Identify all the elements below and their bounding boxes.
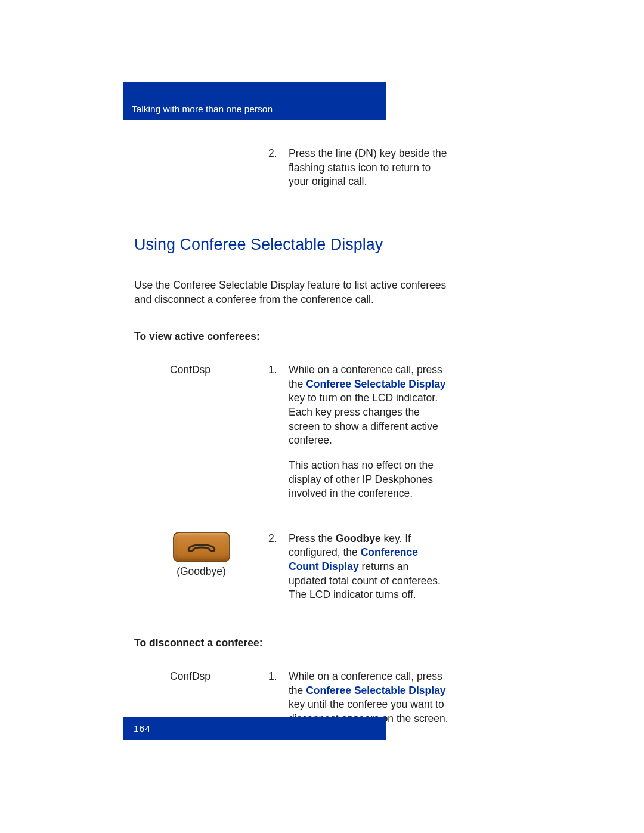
step-note: This action has no effect on the display… bbox=[289, 459, 449, 501]
carryover-left-empty bbox=[134, 147, 268, 200]
footer-bar: 164 bbox=[123, 717, 386, 740]
step-number-empty bbox=[268, 459, 280, 501]
step-text: Press the Goodbye key. If configured, th… bbox=[289, 532, 449, 602]
subheading-disconnect: To disconnect a conferee: bbox=[134, 637, 449, 649]
step-text: Press the line (DN) key beside the flash… bbox=[289, 147, 449, 189]
softkey-label: ConfDsp bbox=[170, 363, 268, 377]
step-number: 2. bbox=[268, 532, 280, 602]
step-text: While on a conference call, press the Co… bbox=[289, 363, 449, 448]
page-content: 2. Press the line (DN) key beside the fl… bbox=[134, 120, 449, 736]
section-heading: Using Conferee Selectable Display bbox=[134, 236, 449, 258]
key-name: Conferee Selectable Display bbox=[306, 685, 445, 696]
carryover-right: 2. Press the line (DN) key beside the fl… bbox=[268, 147, 449, 200]
view-step2-row: (Goodbye) 2. Press the Goodbye key. If c… bbox=[134, 532, 449, 613]
list-item: 1. While on a conference call, press the… bbox=[268, 363, 449, 448]
text-segment: key to turn on the LCD indicator. Each k… bbox=[289, 392, 438, 446]
document-page: Talking with more than one person 2. Pre… bbox=[0, 0, 644, 833]
key-name-bold: Goodbye bbox=[336, 532, 381, 544]
page-number: 164 bbox=[134, 723, 151, 734]
chapter-title: Talking with more than one person bbox=[132, 104, 273, 114]
carryover-step-row: 2. Press the line (DN) key beside the fl… bbox=[134, 147, 449, 200]
view-step2-right: 2. Press the Goodbye key. If configured,… bbox=[268, 532, 449, 613]
view-step1-left: ConfDsp bbox=[134, 363, 268, 512]
list-item: 2. Press the Goodbye key. If configured,… bbox=[268, 532, 449, 602]
hangup-icon bbox=[187, 540, 216, 554]
view-step1-right: 1. While on a conference call, press the… bbox=[268, 363, 449, 512]
goodbye-label: (Goodbye) bbox=[177, 565, 226, 579]
goodbye-key-graphic: (Goodbye) bbox=[134, 532, 268, 579]
step-number: 2. bbox=[268, 147, 280, 189]
list-item-note: This action has no effect on the display… bbox=[268, 459, 449, 501]
text-segment: Press the bbox=[289, 532, 336, 544]
header-bar: Talking with more than one person bbox=[123, 82, 386, 120]
view-step2-left: (Goodbye) bbox=[134, 532, 268, 613]
section-intro: Use the Conferee Selectable Display feat… bbox=[134, 278, 449, 306]
goodbye-button-image bbox=[173, 532, 230, 562]
list-item: 2. Press the line (DN) key beside the fl… bbox=[268, 147, 449, 189]
key-name: Conferee Selectable Display bbox=[306, 378, 445, 390]
subheading-view: To view active conferees: bbox=[134, 330, 449, 343]
softkey-label: ConfDsp bbox=[170, 670, 268, 684]
step-number: 1. bbox=[268, 363, 280, 448]
view-step1-row: ConfDsp 1. While on a conference call, p… bbox=[134, 363, 449, 512]
